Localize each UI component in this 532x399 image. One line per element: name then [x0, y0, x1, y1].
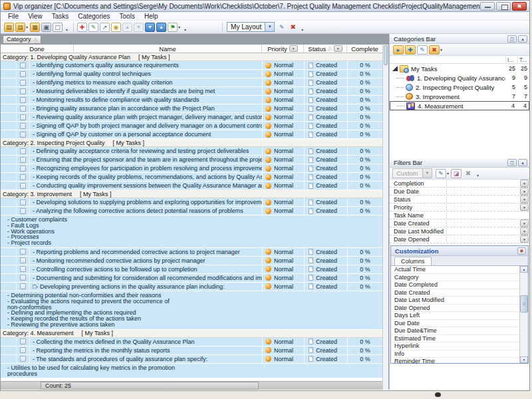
filter-row[interactable]: Date Created▼ — [390, 219, 529, 227]
column-option[interactable]: Date Last Modified — [391, 297, 519, 305]
column-option[interactable]: Date Opened — [391, 305, 519, 313]
expand-all-icon[interactable]: ▼ — [145, 23, 155, 32]
task-row[interactable]: - Collecting the metrics defined in the … — [1, 338, 382, 346]
done-checkbox[interactable] — [20, 80, 26, 86]
scroll-up-icon[interactable]: ▲ — [520, 266, 528, 273]
chevron-down-icon[interactable]: ▾ — [178, 25, 180, 29]
category-group-header[interactable]: Category: 1. Developing Quality Assuranc… — [1, 53, 382, 61]
scrollbar-thumb[interactable] — [384, 45, 388, 65]
filter-row[interactable]: Date Opened▼ — [390, 235, 529, 243]
toolbar-overflow-icon[interactable]: ▾ — [477, 173, 479, 179]
task-row[interactable]: - Monitoring recommended corrective acti… — [1, 257, 382, 265]
chevron-down-icon[interactable]: ▾ — [440, 47, 442, 52]
chevron-down-icon[interactable]: ▼ — [520, 235, 529, 243]
filter-row[interactable]: Date Last Modified▼ — [390, 227, 529, 235]
task-row[interactable]: - Keeping records of the quality problem… — [1, 173, 382, 182]
done-checkbox[interactable] — [20, 106, 26, 112]
done-checkbox[interactable] — [20, 356, 26, 362]
edit-task-icon[interactable]: ✎ — [88, 23, 98, 32]
layout-combo[interactable]: My Layout▼ — [227, 22, 275, 32]
restore-button[interactable] — [496, 2, 511, 11]
menu-item-view[interactable]: View — [23, 13, 47, 20]
task-row[interactable]: - Identifying formal quality control tec… — [1, 70, 382, 78]
menu-item-tasks[interactable]: Tasks — [47, 13, 74, 20]
edit-layout-icon[interactable]: ✎ — [277, 23, 287, 32]
column-name[interactable]: Name — [74, 45, 262, 53]
grid-vertical-scrollbar[interactable] — [382, 45, 388, 390]
panel-menu-icon[interactable]: ◫ — [507, 35, 517, 43]
column-option[interactable]: Due Date — [391, 320, 519, 328]
tree-col2-header[interactable]: T... — [517, 57, 529, 63]
delete-layout-icon[interactable]: ✖ — [288, 23, 298, 32]
menu-item-tools[interactable]: Tools — [115, 13, 140, 20]
print-icon[interactable]: ▣ — [41, 23, 51, 32]
menu-item-categories[interactable]: Categories — [73, 13, 114, 20]
open-checklist-icon[interactable]: ▤ — [15, 23, 25, 32]
done-checkbox[interactable] — [20, 183, 26, 189]
done-checkbox[interactable] — [20, 200, 26, 205]
customization-titlebar[interactable]: Customization ✖ — [391, 246, 528, 256]
scrollbar-thumb[interactable]: ≡ — [520, 295, 528, 313]
title-bar[interactable]: Vip organizer [C:\Documents and Settings… — [1, 1, 529, 12]
new-checklist-icon[interactable]: ▤ — [4, 23, 14, 32]
toolbar-overflow-icon[interactable]: ▾ — [66, 27, 68, 33]
scroll-track[interactable]: ≡ — [520, 273, 528, 356]
clear-filter-icon[interactable]: ◪ — [451, 169, 462, 178]
done-checkbox[interactable] — [20, 266, 26, 272]
edit-category-icon[interactable]: ✎ — [417, 45, 428, 55]
column-option[interactable]: Date Created — [391, 289, 519, 297]
column-option[interactable]: Days Left — [391, 312, 519, 320]
panel-collapse-icon[interactable]: ▴ — [518, 159, 527, 166]
complete-task-icon[interactable]: ◉ — [111, 23, 121, 32]
done-checkbox[interactable] — [20, 88, 26, 94]
column-option[interactable]: Estimated Time — [391, 335, 519, 343]
done-checkbox[interactable] — [20, 97, 26, 103]
print-preview-icon[interactable]: ▢ — [53, 23, 63, 32]
done-checkbox[interactable] — [20, 249, 26, 255]
panel-menu-icon[interactable]: ◫ — [507, 159, 517, 166]
task-row[interactable]: - Reporting problems and recommended cor… — [1, 248, 382, 257]
task-row[interactable]: - Reviewing quality assurance plan with … — [1, 113, 382, 122]
collapse-all-icon[interactable]: ▲ — [156, 23, 166, 32]
tab-columns[interactable]: Columns — [394, 257, 432, 265]
category-tree-item[interactable]: 3. Improvement77 — [390, 92, 529, 101]
done-checkbox[interactable] — [20, 63, 26, 68]
done-checkbox[interactable] — [20, 166, 26, 172]
column-status[interactable]: Status△▼ — [304, 45, 347, 53]
chevron-down-icon[interactable]: ▼ — [520, 203, 529, 211]
done-checkbox[interactable] — [20, 174, 26, 180]
minimize-button[interactable] — [480, 2, 495, 11]
task-row[interactable]: - Monitoring results to define complianc… — [1, 96, 382, 104]
task-row[interactable]: - Conducting quality improvement session… — [1, 182, 382, 190]
toolbar-overflow-icon[interactable]: ▾ — [301, 27, 303, 33]
menu-item-help[interactable]: Help — [140, 13, 163, 20]
close-icon[interactable]: ✖ — [517, 247, 526, 255]
done-checkbox[interactable] — [20, 71, 26, 77]
column-option[interactable]: Actual Time — [391, 266, 519, 274]
category-tree-item[interactable]: My Tasks2525 — [390, 64, 529, 73]
task-row[interactable]: - Signing off QAP by both project manage… — [1, 122, 382, 130]
scroll-down-icon[interactable]: ▼ — [520, 356, 528, 363]
filter-row[interactable]: Status▼ — [390, 196, 529, 203]
done-checkbox[interactable] — [20, 347, 26, 353]
chevron-down-icon[interactable]: ▼ — [520, 196, 529, 203]
column-option[interactable]: Category — [391, 274, 519, 282]
customization-scrollbar[interactable]: ▲ ≡ ▼ — [519, 266, 528, 363]
done-checkbox[interactable] — [20, 114, 26, 120]
task-row[interactable]: - Identifying metrics to measure each qu… — [1, 78, 382, 87]
column-option[interactable]: Reminder Time — [391, 358, 519, 363]
filter-row[interactable]: Completion▼ — [390, 180, 529, 188]
done-checkbox[interactable] — [20, 123, 26, 129]
new-task-icon[interactable]: ✚ — [77, 23, 87, 32]
task-row[interactable]: - Documenting and submitting for conside… — [1, 274, 382, 283]
column-priority[interactable]: Priority▼ — [262, 45, 304, 53]
done-checkbox[interactable] — [20, 338, 26, 344]
task-row[interactable]: - The standards and procedures of qualit… — [1, 355, 382, 364]
panel-collapse-icon[interactable]: ▴ — [518, 35, 527, 43]
task-row[interactable]: - Ensuring that the project sponsor and … — [1, 156, 382, 164]
done-checkbox[interactable] — [20, 208, 26, 214]
chevron-down-icon[interactable]: ▼ — [520, 188, 529, 195]
task-row[interactable]: - Controlling corrective actions to be f… — [1, 265, 382, 274]
column-option[interactable]: Date Completed — [391, 281, 519, 289]
new-subcategory-icon[interactable]: ✚ — [405, 45, 416, 55]
